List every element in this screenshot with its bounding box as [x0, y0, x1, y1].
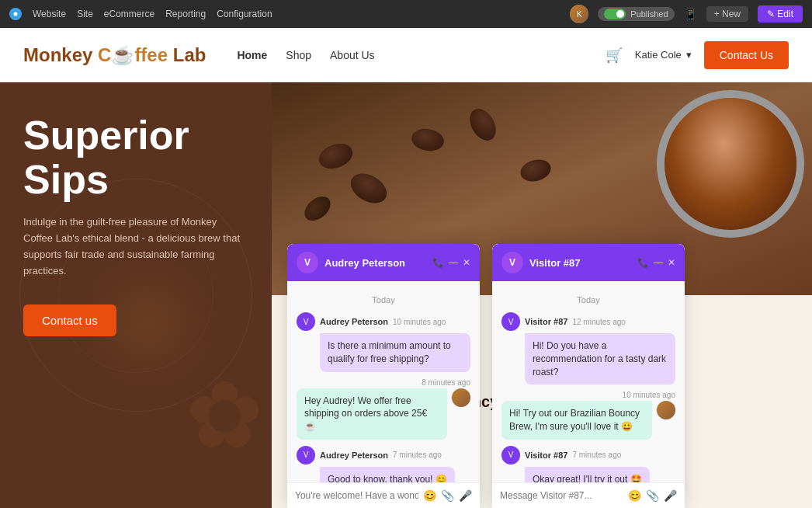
- msg-avatar-audrey: V: [297, 312, 315, 331]
- agent-avatar-v87-1: [657, 401, 675, 419]
- new-button[interactable]: + New: [706, 6, 748, 22]
- msg-header-v87-2: V Visitor #87 7 minutes ago: [501, 446, 675, 465]
- msg-time-1: 10 minutes ago: [393, 318, 446, 326]
- emoji-icon-audrey[interactable]: 😊: [423, 489, 436, 502]
- msg-header-v87-1: V Visitor #87 12 minutes ago: [501, 312, 675, 331]
- hero-subtitle: Indulge in the guilt-free pleasure of Mo…: [23, 214, 248, 279]
- logo-coffee: ☕ffee: [111, 44, 168, 65]
- msg-header-1: V Audrey Peterson 10 minutes ago: [297, 312, 470, 331]
- nav-about-us[interactable]: About Us: [330, 49, 375, 61]
- admin-bar-right: K Published 📱 + New ✎ Edit: [570, 5, 803, 23]
- edit-button[interactable]: ✎ Edit: [758, 5, 803, 23]
- msg-avatar-v87-1: V: [501, 312, 520, 331]
- chat-close-icon-v87[interactable]: ✕: [668, 257, 675, 268]
- chat-date-audrey: Today: [297, 295, 470, 304]
- hero-section-left: ✿ Superior Sips Indulge in the guilt-fre…: [0, 82, 272, 508]
- chat-msg-audrey-2: V Audrey Peterson 7 minutes ago Good to …: [297, 446, 470, 482]
- msg-bubble-v87-1: Hi! Do you have a recommendation for a t…: [525, 333, 675, 384]
- chat-input-visitor87[interactable]: [500, 490, 623, 501]
- nav-shop[interactable]: Shop: [286, 49, 311, 61]
- logo-space: C: [98, 44, 111, 65]
- msg-time-v87-2: 7 minutes ago: [572, 451, 621, 459]
- chevron-down-icon: ▾: [686, 49, 692, 61]
- chat-header-icons-visitor87: 📞 — ✕: [637, 257, 675, 268]
- msg-avatar-v87-2: V: [501, 446, 520, 465]
- msg-sender-v87-1: Visitor #87: [525, 317, 567, 326]
- msg-sender-v87-2: Visitor #87: [525, 451, 567, 460]
- msg-header-2: V Audrey Peterson 7 minutes ago: [297, 446, 470, 465]
- attachment-icon-audrey[interactable]: 📎: [441, 489, 454, 502]
- hero-section-right: ☕ Brazilian Bouncy Brew V Audrey Peterso…: [272, 82, 812, 508]
- chat-msg-v87-1: V Visitor #87 12 minutes ago Hi! Do you …: [501, 312, 675, 384]
- published-label: Published: [630, 9, 668, 19]
- chat-msg-v87-2: V Visitor #87 7 minutes ago Okay great! …: [501, 446, 675, 482]
- nav-home[interactable]: Home: [237, 49, 267, 61]
- chat-avatar-audrey: V: [297, 252, 318, 273]
- agent-time-1: 8 minutes ago: [297, 378, 470, 387]
- reporting-menu-item[interactable]: Reporting: [165, 9, 206, 19]
- chat-window-audrey: V Audrey Peterson 📞 — ✕ Today V Audrey: [287, 244, 480, 508]
- published-toggle[interactable]: Published: [598, 7, 674, 21]
- logo-lab: Lab: [173, 44, 206, 65]
- admin-bar-left: Website Site eCommerce Reporting Configu…: [9, 8, 557, 20]
- website-nav: Monkey C☕ffee Lab Home Shop About Us 🛒 K…: [0, 28, 812, 82]
- attachment-icon-v87[interactable]: 📎: [646, 489, 659, 502]
- chat-name-audrey: Audrey Peterson: [324, 257, 426, 269]
- site-logo: Monkey C☕ffee Lab: [23, 44, 206, 66]
- msg-avatar-audrey-2: V: [297, 446, 315, 465]
- website-menu-item[interactable]: Website: [33, 9, 66, 19]
- nav-right: 🛒 Katie Cole ▾ Contact Us: [606, 41, 789, 69]
- chat-body-audrey[interactable]: Today V Audrey Peterson 10 minutes ago I…: [287, 281, 480, 482]
- chat-body-visitor87[interactable]: Today V Visitor #87 12 minutes ago Hi! D…: [492, 281, 685, 482]
- odoo-logo-icon[interactable]: [9, 8, 22, 20]
- contact-us-nav-button[interactable]: Contact Us: [704, 41, 789, 69]
- admin-avatar[interactable]: K: [570, 5, 588, 23]
- msg-sender-1: Audrey Peterson: [320, 317, 388, 326]
- chat-date-visitor87: Today: [501, 295, 675, 304]
- portafilter-container: [657, 90, 804, 238]
- chat-footer-visitor87: 😊 📎 🎤: [492, 482, 685, 508]
- chat-windows-container: V Audrey Peterson 📞 — ✕ Today V Audrey: [287, 244, 796, 508]
- agent-row-v87-1: Hi! Try out our Brazilian Bouncy Brew, I…: [501, 401, 675, 440]
- agent-bubble-v87-1: Hi! Try out our Brazilian Bouncy Brew, I…: [501, 401, 652, 440]
- mic-icon-v87[interactable]: 🎤: [664, 489, 677, 502]
- msg-time-v87-1: 12 minutes ago: [572, 318, 625, 326]
- agent-row-1: Hey Audrey! We offer free shipping on or…: [297, 388, 470, 440]
- chat-header-visitor87: V Visitor #87 📞 — ✕: [492, 244, 685, 281]
- chat-window-visitor87: V Visitor #87 📞 — ✕ Today V Visitor #87: [492, 244, 685, 508]
- ecommerce-menu-item[interactable]: eCommerce: [104, 9, 154, 19]
- emoji-icon-v87[interactable]: 😊: [628, 489, 641, 502]
- nav-links: Home Shop About Us: [237, 49, 605, 61]
- chat-header-audrey: V Audrey Peterson 📞 — ✕: [287, 244, 480, 281]
- admin-bar: Website Site eCommerce Reporting Configu…: [0, 0, 812, 28]
- cart-icon[interactable]: 🛒: [606, 47, 623, 64]
- decorative-floral: ✿: [186, 368, 264, 461]
- configuration-menu-item[interactable]: Configuration: [217, 9, 272, 19]
- chat-msg-audrey-agent-1: 8 minutes ago Hey Audrey! We offer free …: [297, 378, 470, 440]
- site-menu-item[interactable]: Site: [77, 9, 93, 19]
- msg-time-2: 7 minutes ago: [393, 451, 442, 459]
- user-menu-button[interactable]: Katie Cole ▾: [635, 49, 692, 61]
- chat-input-audrey[interactable]: [295, 490, 418, 501]
- logo-monkey: Monkey: [23, 44, 92, 65]
- main-content: ✿ Superior Sips Indulge in the guilt-fre…: [0, 82, 812, 508]
- agent-time-v87-1: 10 minutes ago: [501, 391, 675, 399]
- agent-bubble-1: Hey Audrey! We offer free shipping on or…: [297, 388, 447, 440]
- chat-phone-icon-v87[interactable]: 📞: [637, 257, 649, 268]
- agent-avatar-1: [452, 388, 470, 407]
- msg-sender-2: Audrey Peterson: [320, 451, 388, 460]
- chat-close-icon[interactable]: ✕: [463, 257, 470, 268]
- msg-bubble-2: Good to know, thank you! 😊: [320, 467, 455, 482]
- svg-point-1: [14, 12, 18, 16]
- contact-us-hero-button[interactable]: Contact us: [23, 304, 116, 336]
- chat-minimize-icon[interactable]: —: [449, 257, 458, 268]
- chat-minimize-icon-v87[interactable]: —: [654, 257, 663, 268]
- mic-icon-audrey[interactable]: 🎤: [459, 489, 472, 502]
- chat-footer-audrey: 😊 📎 🎤: [287, 482, 480, 508]
- chat-msg-audrey-1: V Audrey Peterson 10 minutes ago Is ther…: [297, 312, 470, 372]
- chat-avatar-visitor87: V: [501, 252, 523, 273]
- chat-name-visitor87: Visitor #87: [529, 257, 631, 269]
- mobile-preview-icon[interactable]: 📱: [684, 8, 697, 20]
- chat-msg-v87-agent-1: 10 minutes ago Hi! Try out our Brazilian…: [501, 391, 675, 440]
- chat-phone-icon[interactable]: 📞: [432, 257, 444, 268]
